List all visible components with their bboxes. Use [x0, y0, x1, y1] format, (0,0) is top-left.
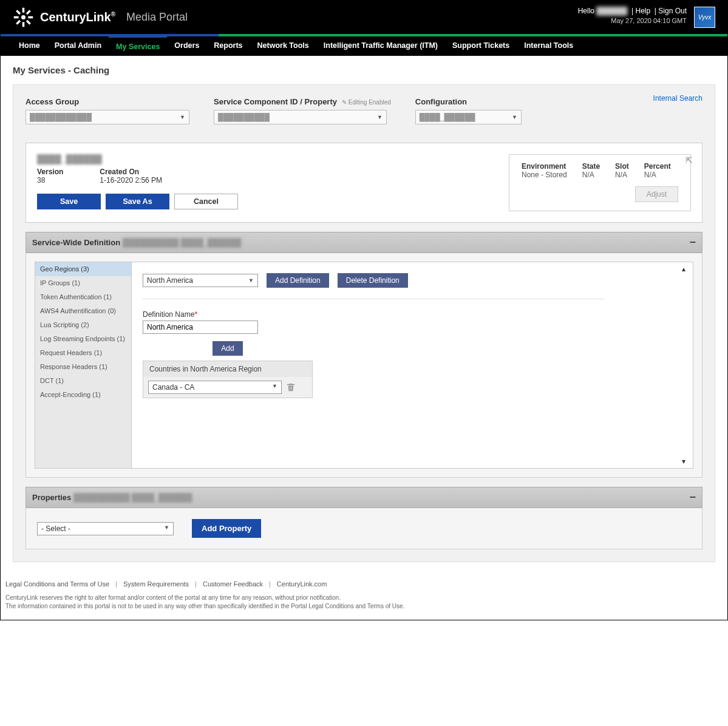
created-value: 1-16-2020 2:56 PM — [100, 176, 162, 185]
expand-icon[interactable]: ⇱ — [685, 155, 693, 165]
sidebar-item-request-headers-1[interactable]: Request Headers (1) — [35, 346, 131, 360]
nav-item-portal-admin[interactable]: Portal Admin — [47, 36, 109, 56]
save-as-button[interactable]: Save As — [106, 194, 169, 209]
svg-rect-3 — [28, 16, 33, 19]
sidebar-item-lua-scripting-2[interactable]: Lua Scripting (2) — [35, 318, 131, 332]
svg-rect-5 — [22, 22, 25, 27]
definition-area: ▴ North America▼ Add Definition Delete D… — [132, 262, 693, 469]
swd-header: Service-Wide Definition██████████ ████_█… — [26, 232, 702, 253]
region-select[interactable]: North America▼ — [143, 274, 258, 287]
sidebar-item-ip-groups-1[interactable]: IP Groups (1) — [35, 276, 131, 290]
add-button[interactable]: Add — [213, 341, 242, 356]
internal-search-link[interactable]: Internal Search — [653, 94, 702, 103]
footer-link-centurylink-com[interactable]: CenturyLink.com — [277, 580, 327, 588]
save-button[interactable]: Save — [37, 194, 101, 209]
sidebar-item-log-streaming-endpoints-1[interactable]: Log Streaming Endpoints (1) — [35, 332, 131, 346]
page-title: My Services - Caching — [13, 65, 715, 75]
scroll-up-icon[interactable]: ▴ — [682, 265, 690, 273]
header-date: May 27, 2020 04:10 GMT — [578, 17, 687, 24]
country-select[interactable]: Canada - CA▼ — [148, 381, 282, 394]
created-label: Created On — [100, 168, 162, 176]
sidebar-item-dct-1[interactable]: DCT (1) — [35, 374, 131, 388]
nav-item-home[interactable]: Home — [12, 36, 47, 56]
sidebar-item-aws4-authentification-0[interactable]: AWS4 Authentification (0) — [35, 304, 131, 318]
def-name-input[interactable] — [143, 321, 258, 334]
nav-item-reports[interactable]: Reports — [206, 36, 250, 56]
sidebar-item-response-headers-1[interactable]: Response Headers (1) — [35, 360, 131, 374]
sidebar-item-accept-encoding-1[interactable]: Accept-Encoding (1) — [35, 388, 131, 402]
env-label: Environment — [522, 162, 567, 171]
brand-name: CenturyLink® — [40, 10, 115, 24]
svg-rect-2 — [26, 10, 31, 15]
svg-point-0 — [21, 15, 26, 19]
sidebar-item-geo-regions-3[interactable]: Geo Regions (3) — [35, 262, 131, 276]
percent-value: N/A — [644, 171, 671, 179]
properties-collapse-icon[interactable]: − — [689, 491, 696, 504]
config-title: ████_██████ — [37, 154, 509, 164]
add-property-button[interactable]: Add Property — [192, 519, 261, 538]
access-group-label: Access Group — [26, 97, 189, 106]
portal-name: Media Portal — [126, 11, 188, 24]
footer-link-system-requirements[interactable]: System Requirements — [123, 580, 189, 588]
configuration-label: Configuration — [415, 97, 522, 106]
footer-link-legal-conditions-and-terms-of-use[interactable]: Legal Conditions and Terms of Use — [5, 580, 109, 588]
properties-header: Properties██████████ ████_██████ − — [26, 487, 702, 508]
cancel-button[interactable]: Cancel — [174, 194, 238, 209]
nav-item-orders[interactable]: Orders — [167, 36, 206, 56]
nav-item-intelligent-traffic-manager-itm-[interactable]: Intelligent Traffic Manager (ITM) — [316, 36, 445, 56]
configuration-select[interactable]: ████_██████▼ — [415, 110, 522, 124]
main-nav: HomePortal AdminMy ServicesOrdersReports… — [1, 36, 727, 56]
env-value: None - Stored — [522, 171, 567, 179]
add-definition-button[interactable]: Add Definition — [267, 273, 329, 288]
scid-label: Service Component ID / Property✎ Editing… — [214, 97, 391, 106]
footer-disclaimer-2: The information contained in this portal… — [5, 602, 723, 611]
svg-rect-7 — [14, 16, 19, 19]
svg-rect-8 — [16, 10, 21, 15]
state-label: State — [582, 162, 600, 171]
footer-disclaimer-1: CenturyLink reserves the right to alter … — [5, 594, 723, 602]
nav-item-support-tickets[interactable]: Support Tickets — [445, 36, 517, 56]
region-box-title: Countries in North America Region — [143, 361, 312, 377]
sidebar-item-token-authentication-1[interactable]: Token Authentication (1) — [35, 290, 131, 304]
version-label: Version — [37, 168, 63, 176]
nav-item-my-services[interactable]: My Services — [109, 36, 167, 56]
help-link[interactable]: Help — [635, 7, 650, 15]
vyvx-badge-icon: Vyvx — [694, 7, 715, 28]
swd-collapse-icon[interactable]: − — [689, 236, 696, 249]
nav-item-network-tools[interactable]: Network Tools — [250, 36, 316, 56]
greeting: Hello — [578, 7, 594, 15]
region-box: Countries in North America Region Canada… — [143, 361, 313, 398]
svg-rect-4 — [26, 20, 31, 25]
property-select[interactable]: - Select -▼ — [37, 522, 174, 535]
footer-link-customer-feedback[interactable]: Customer Feedback — [203, 580, 263, 588]
svg-rect-6 — [16, 20, 21, 25]
scroll-down-icon[interactable]: ▾ — [682, 457, 690, 466]
header: CenturyLink® Media Portal Hello ██████ |… — [1, 1, 727, 34]
percent-label: Percent — [644, 162, 671, 171]
access-group-select[interactable]: ████████████▼ — [26, 110, 189, 124]
centurylink-logo-icon — [13, 7, 34, 28]
slot-label: Slot — [615, 162, 629, 171]
swd-sidebar: Geo Regions (3)IP Groups (1)Token Authen… — [35, 262, 132, 469]
signout-link[interactable]: Sign Out — [658, 7, 687, 15]
delete-definition-button[interactable]: Delete Definition — [338, 273, 408, 288]
svg-rect-1 — [22, 8, 25, 13]
footer: Legal Conditions and Terms of Use|System… — [1, 571, 727, 620]
adjust-button[interactable]: Adjust — [635, 186, 678, 202]
scid-select[interactable]: ██████████▼ — [214, 110, 387, 124]
state-value: N/A — [582, 171, 600, 179]
slot-value: N/A — [615, 171, 629, 179]
trash-icon[interactable] — [287, 383, 295, 392]
nav-item-internal-tools[interactable]: Internal Tools — [517, 36, 580, 56]
environment-box: EnvironmentNone - Stored StateN/A SlotN/… — [509, 154, 691, 211]
version-value: 38 — [37, 176, 63, 185]
def-name-label: Definition Name* — [143, 310, 682, 319]
username: ██████ — [596, 7, 627, 15]
